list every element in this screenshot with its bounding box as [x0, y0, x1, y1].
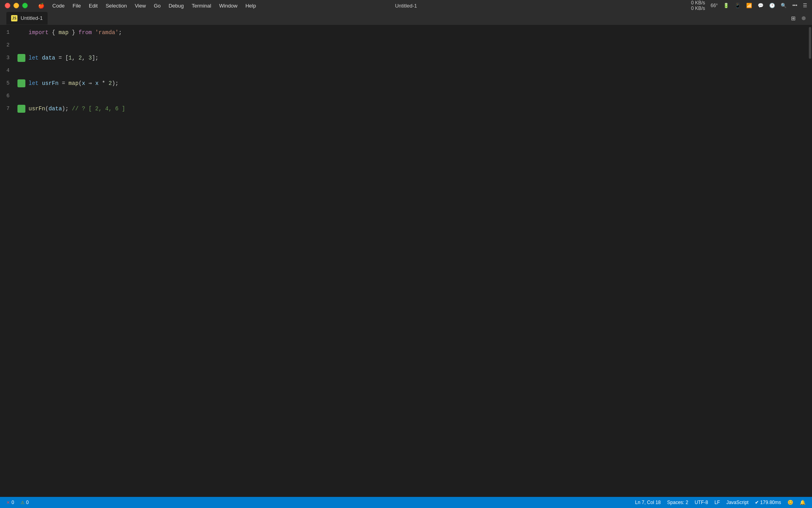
line-ending[interactable]: LF	[714, 500, 720, 505]
menu-edit[interactable]: Edit	[85, 2, 102, 10]
breakpoint-indicator[interactable]	[17, 79, 25, 87]
line-number: 3	[0, 52, 16, 64]
tab-filename: Untitled-1	[21, 15, 43, 21]
maximize-button[interactable]	[22, 3, 28, 8]
window-title: Untitled-1	[395, 3, 417, 9]
line-number: 4	[0, 64, 16, 77]
menu-file[interactable]: File	[69, 2, 85, 10]
no-breakpoint	[17, 41, 25, 49]
code-editor[interactable]: 1import { map } from 'ramda';23let data …	[0, 25, 806, 115]
menu-terminal[interactable]: Terminal	[188, 2, 215, 10]
status-bar: ✕ 0 ⚠ 0 Ln 7, Col 18 Spaces: 2 UTF-8 LF …	[0, 497, 812, 508]
code-line: 1import { map } from 'ramda';	[0, 26, 806, 39]
code-line: 2	[0, 39, 806, 52]
editor-container: 1import { map } from 'ramda';23let data …	[0, 25, 812, 497]
code-tokens: usrFn(data); // ? [ 2, 4, 6 ]	[29, 102, 125, 115]
bell-button[interactable]: 🔔	[800, 500, 806, 505]
line-number: 7	[0, 102, 16, 115]
status-left: ✕ 0 ⚠ 0	[6, 500, 29, 505]
menu-debug[interactable]: Debug	[165, 2, 188, 10]
minimize-button[interactable]	[13, 3, 19, 8]
menu-help[interactable]: Help	[241, 2, 260, 10]
code-tokens: let data = [1, 2, 3];	[29, 52, 99, 64]
list-icon: ☰	[803, 3, 807, 8]
error-number: 0	[11, 500, 14, 505]
tab-right-icons: ⊞	[790, 15, 806, 22]
scrollbar-track[interactable]	[806, 25, 812, 497]
code-tokens: let usrFn = map(x ⇒ x * 2);	[29, 77, 119, 90]
warning-number: 0	[26, 500, 29, 505]
menu-window[interactable]: Window	[215, 2, 241, 10]
error-count[interactable]: ✕ 0	[6, 500, 14, 505]
code-tokens: import { map } from 'ramda';	[29, 26, 122, 39]
more-icon: •••	[792, 3, 797, 8]
wechat-icon: 💬	[758, 3, 764, 8]
dot-indicator	[802, 16, 806, 20]
line-number: 1	[0, 26, 16, 39]
timing: ✔ 179.80ms	[755, 500, 781, 505]
code-line: 5let usrFn = map(x ⇒ x * 2);	[0, 77, 806, 90]
code-line: 4	[0, 64, 806, 77]
emoji-button[interactable]: 😊	[787, 500, 793, 505]
wifi-icon: 📶	[746, 3, 752, 8]
code-line: 7usrFn(data); // ? [ 2, 4, 6 ]	[0, 102, 806, 115]
tab-bar: JS Untitled-1 ⊞	[0, 11, 812, 25]
menu-bar: 🍎 Code File Edit Selection View Go Debug…	[34, 2, 260, 10]
line-number: 2	[0, 39, 16, 52]
finder-icon: 🔍	[781, 3, 787, 8]
breakpoint-indicator[interactable]	[17, 54, 25, 62]
code-line: 3let data = [1, 2, 3];	[0, 52, 806, 64]
no-breakpoint	[17, 92, 25, 100]
status-right: Ln 7, Col 18 Spaces: 2 UTF-8 LF JavaScri…	[635, 500, 806, 505]
traffic-lights	[5, 3, 28, 8]
line-number: 6	[0, 90, 16, 102]
menu-apple[interactable]: 🍎	[34, 2, 48, 10]
breakpoint-indicator[interactable]	[17, 105, 25, 113]
menu-code[interactable]: Code	[48, 2, 69, 10]
menu-view[interactable]: View	[131, 2, 150, 10]
network-speed: 0 KB/s0 KB/s	[691, 0, 705, 11]
warning-icon: ⚠	[21, 500, 25, 505]
menu-selection[interactable]: Selection	[102, 2, 130, 10]
temperature: 66°	[710, 3, 718, 8]
clock-icon: 🕐	[769, 3, 775, 8]
battery-icon: 🔋	[723, 3, 729, 8]
indentation[interactable]: Spaces: 2	[667, 500, 688, 505]
line-number: 5	[0, 77, 16, 90]
code-line: 6	[0, 90, 806, 102]
no-breakpoint	[17, 29, 25, 37]
encoding[interactable]: UTF-8	[695, 500, 708, 505]
error-icon: ✕	[6, 500, 10, 505]
language-mode[interactable]: JavaScript	[726, 500, 749, 505]
phone-icon: 📱	[735, 3, 741, 8]
editor-tab[interactable]: JS Untitled-1	[6, 12, 48, 25]
close-button[interactable]	[5, 3, 10, 8]
title-right-info: 0 KB/s0 KB/s 66° 🔋 📱 📶 💬 🕐 🔍 ••• ☰	[691, 0, 807, 11]
layout-icon[interactable]: ⊞	[790, 15, 797, 22]
titlebar: 🍎 Code File Edit Selection View Go Debug…	[0, 0, 812, 11]
menu-go[interactable]: Go	[150, 2, 165, 10]
js-file-icon: JS	[11, 15, 17, 21]
scrollbar-thumb[interactable]	[809, 27, 811, 59]
cursor-position[interactable]: Ln 7, Col 18	[635, 500, 661, 505]
no-breakpoint	[17, 67, 25, 75]
warning-count[interactable]: ⚠ 0	[21, 500, 29, 505]
